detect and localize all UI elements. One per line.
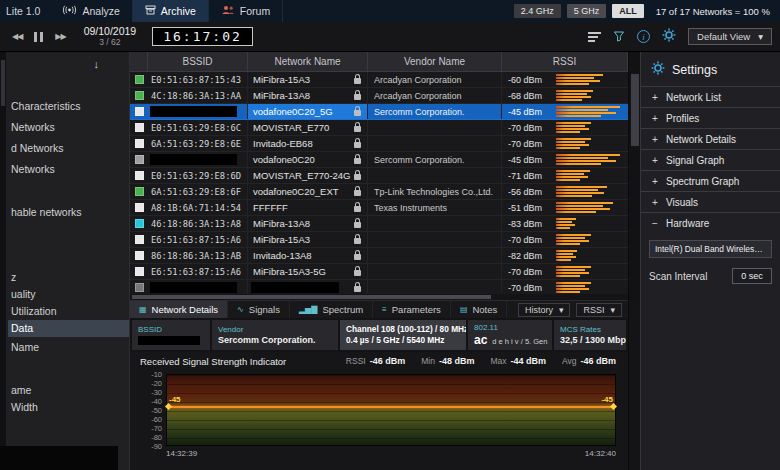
sidebar-item[interactable]: Utilization <box>8 303 129 320</box>
tab-archive[interactable]: Archive <box>133 0 209 22</box>
info-icon[interactable]: i <box>637 30 650 43</box>
table-row[interactable]: A8:1B:6A:71:14:54 FFFFFF Texas Instrumen… <box>130 200 628 216</box>
column-header-network-name[interactable]: Network Name <box>248 52 368 71</box>
fast-forward-button[interactable]: ▶▶ <box>51 29 69 44</box>
sort-list-icon[interactable] <box>588 32 601 42</box>
table-row[interactable]: 4C:18:86:3A:13:AA MiFibra-13A8 Arcadyan … <box>130 88 628 104</box>
table-row[interactable]: 6A:51:63:29:E8:6E Invitado-EB68 -70 dBm <box>130 136 628 152</box>
skip-back-button[interactable]: ◀◀ <box>8 29 26 44</box>
expand-collapse-icon[interactable]: − <box>651 218 659 229</box>
table-row[interactable]: E6:51:63:87:15:A6 MiFibra-15A3-5G -70 dB… <box>130 264 628 280</box>
network-name-cell: MiFibra-13A8 <box>248 216 368 231</box>
rssi-value-cell: -82 dBm <box>502 248 554 263</box>
sidebar-scrollbar[interactable] <box>0 52 6 470</box>
tab-network-details[interactable]: ▦ Network Details <box>130 301 228 318</box>
settings-section[interactable]: + Spectrum Graph <box>641 170 780 191</box>
sidebar-item[interactable]: Networks <box>8 161 129 178</box>
table-row[interactable]: 46:18:86:3A:13:A8 MiFibra-13A8 -83 dBm <box>130 216 628 232</box>
table-row[interactable]: E6:51:63:87:15:A6 MiFibra-15A3 -70 dBm <box>130 232 628 248</box>
expand-collapse-icon[interactable]: + <box>651 155 659 166</box>
expand-collapse-icon[interactable]: + <box>651 134 659 145</box>
column-header-bssid[interactable]: BSSID <box>148 52 248 71</box>
table-row[interactable]: E0:51:63:29:E8:6D MOVISTAR_E770-24G -71 … <box>130 168 628 184</box>
tab-analyze[interactable]: Analyze <box>50 0 132 22</box>
tab-signals[interactable]: ∿ Signals <box>228 301 290 318</box>
graph-y-axis: -10-20-30-40-50-60-70-80-90 <box>134 374 166 446</box>
vertical-scrollbar[interactable] <box>628 52 640 470</box>
table-row[interactable]: 86:18:86:3A:13:AB Invitado-13A8 -82 dBm <box>130 248 628 264</box>
sidebar-item[interactable]: hable networks <box>8 204 129 221</box>
table-row[interactable]: E0:51:63:87:15:43 MiFibra-15A3 Arcadyan … <box>130 72 628 88</box>
sidebar-item[interactable]: Characteristics <box>8 98 129 115</box>
settings-section[interactable]: + Visuals <box>641 191 780 212</box>
vendor-cell: Texas Instruments <box>368 200 502 215</box>
rssi-value-cell: -83 dBm <box>502 216 554 231</box>
vertical-scrollbar-thumb[interactable] <box>631 74 639 146</box>
band-filter-5ghz[interactable]: 5 GHz <box>567 4 607 18</box>
rssi-sparkline <box>554 264 628 279</box>
rssi-sparkline <box>554 184 628 199</box>
filter-funnel-icon[interactable] <box>613 28 625 46</box>
tab-spectrum[interactable]: ▂▅▇ Spectrum <box>290 301 373 318</box>
table-row[interactable]: -70 dBm <box>130 280 628 294</box>
sidebar-item[interactable]: Data <box>8 320 129 337</box>
network-name-cell: FFFFFF <box>248 200 368 215</box>
sidebar-item[interactable]: ame <box>8 382 129 399</box>
sidebar-item[interactable]: Networks <box>8 119 129 136</box>
bssid-cell: E0:51:63:29:E8:6D <box>148 168 248 183</box>
rssi-sparkline <box>554 200 628 215</box>
network-color-chip <box>135 235 144 244</box>
expand-collapse-icon[interactable]: + <box>651 92 659 103</box>
table-row[interactable]: 6A:51:63:29:E8:6F vodafone0C20_EXT Tp-Li… <box>130 184 628 200</box>
sidebar-item[interactable]: Width <box>8 399 129 416</box>
tab-parameters[interactable]: ≡ Parameters <box>373 301 451 318</box>
table-row[interactable]: vodafone0C20_5G Sercomm Corporation. -45… <box>130 104 628 120</box>
adapter-select[interactable]: Intel(R) Dual Band Wireless-AC 7260 <box>649 240 772 258</box>
sidebar-item[interactable]: z <box>8 269 129 286</box>
tab-forum[interactable]: Forum <box>209 0 283 22</box>
table-row[interactable]: E0:51:63:29:E8:6C MOVISTAR_E770 -70 dBm <box>130 120 628 136</box>
bssid-cell: 6A:51:63:29:E8:6E <box>148 136 248 151</box>
settings-section[interactable]: + Network Details <box>641 128 780 149</box>
expand-collapse-icon[interactable]: + <box>651 176 659 187</box>
metric-dropdown[interactable]: RSSI ▾ <box>576 303 622 317</box>
sidebar-item[interactable]: Name <box>8 339 129 356</box>
band-filter-24ghz[interactable]: 2.4 GHz <box>514 4 561 18</box>
column-header-rssi[interactable]: RSSI <box>502 52 628 71</box>
table-row[interactable]: vodafone0C20 Sercomm Corporation. -45 dB… <box>130 152 628 168</box>
column-header-vendor-name[interactable]: Vendor Name <box>368 52 502 71</box>
network-color-chip <box>135 251 144 260</box>
vertical-scrollbar-track[interactable] <box>629 52 640 300</box>
history-dropdown[interactable]: History ▾ <box>518 303 571 317</box>
sidebar-item[interactable]: uality <box>8 286 129 303</box>
sidebar-scrollbar-thumb[interactable] <box>1 60 5 106</box>
stat-rssi-label: RSSI <box>346 356 366 366</box>
color-indicator-cell <box>130 184 148 199</box>
band-filter-all[interactable]: ALL <box>612 4 644 18</box>
lock-icon <box>354 78 361 84</box>
settings-section[interactable]: + Network List <box>641 86 780 107</box>
color-indicator-cell <box>130 152 148 167</box>
detail-bssid: BSSID <box>132 320 210 350</box>
gear-icon[interactable] <box>662 28 676 46</box>
expand-collapse-icon[interactable]: + <box>651 197 659 208</box>
settings-section[interactable]: + Profiles <box>641 107 780 128</box>
horizontal-scrollbar[interactable] <box>130 294 628 300</box>
expand-collapse-icon[interactable]: + <box>651 113 659 124</box>
scan-interval-input[interactable]: 0 sec <box>732 268 772 284</box>
playback-toolbar: ◀◀ ▶▶ 09/10/2019 3 / 62 16:17:02 i Defau… <box>0 22 780 52</box>
pause-button[interactable] <box>34 28 43 46</box>
detail-vendor: Vendor Sercomm Corporation. <box>212 320 338 350</box>
arrow-down-icon[interactable]: ↓ <box>94 58 100 70</box>
sidebar-item[interactable]: d Networks <box>8 140 129 157</box>
lock-icon <box>354 222 361 228</box>
vendor-cell <box>368 264 502 279</box>
people-icon <box>221 5 235 17</box>
settings-section[interactable]: + Signal Graph <box>641 149 780 170</box>
settings-section[interactable]: − Hardware <box>641 212 780 233</box>
view-selector[interactable]: Default View ▾ <box>688 28 772 45</box>
tab-notes[interactable]: ▤ Notes <box>451 301 507 318</box>
network-name-text: vodafone0C20_EXT <box>253 186 339 197</box>
horizontal-scrollbar-thumb[interactable] <box>132 295 491 299</box>
app-title: Lite 1.0 <box>0 0 50 22</box>
